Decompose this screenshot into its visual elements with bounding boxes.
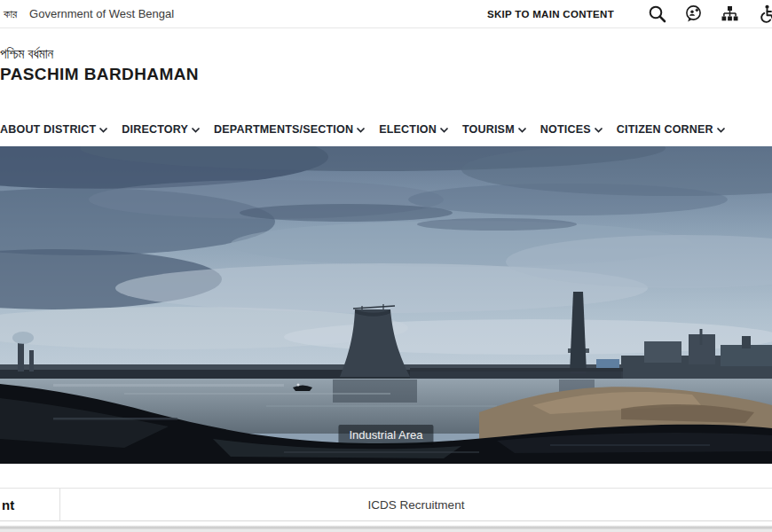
nav-label: ABOUT DISTRICT: [0, 123, 96, 136]
chevron-down-icon: [439, 125, 449, 135]
news-ticker: nt ICDS Recruitment: [0, 488, 772, 521]
nav-item-about-district[interactable]: ABOUT DISTRICT: [0, 123, 108, 136]
government-label[interactable]: Government of West Bengal: [29, 7, 174, 20]
site-title[interactable]: পশ্চিম বর্ধমান PASCHIM BARDHAMAN: [0, 46, 199, 86]
site-title-english: PASCHIM BARDHAMAN: [0, 63, 199, 87]
chevron-down-icon: [594, 125, 603, 135]
skip-to-main-content-link[interactable]: SKIP TO MAIN CONTENT: [487, 9, 614, 20]
sitemap-icon[interactable]: [721, 4, 739, 23]
nav-item-departments-section[interactable]: DEPARTMENTS/SECTION: [214, 123, 366, 136]
ticker-heading-fragment: nt: [0, 489, 60, 520]
hero-slider[interactable]: Industrial Area: [0, 146, 772, 464]
site-header: পশ্চিম বর্ধমান PASCHIM BARDHAMAN: [0, 28, 772, 113]
spacer: [0, 464, 772, 488]
nav-label: DEPARTMENTS/SECTION: [214, 123, 353, 136]
nav-item-notices[interactable]: NOTICES: [540, 123, 603, 136]
hero-caption: Industrial Area: [338, 425, 433, 445]
search-icon[interactable]: [648, 4, 666, 23]
nav-label: CITIZEN CORNER: [617, 123, 713, 136]
chevron-down-icon: [517, 125, 527, 135]
nav-label: TOURISM: [462, 123, 515, 136]
topbar-actions: SKIP TO MAIN CONTENT: [487, 4, 772, 23]
chevron-down-icon: [98, 125, 108, 135]
nav-item-election[interactable]: ELECTION: [379, 123, 449, 136]
nav-item-tourism[interactable]: TOURISM: [462, 123, 527, 136]
industrial-area-photo: [0, 146, 772, 464]
chevron-down-icon: [191, 125, 201, 135]
language-link-fragment[interactable]: কার: [4, 7, 17, 21]
ticker-body: ICDS Recruitment: [60, 489, 772, 520]
nav-label: ELECTION: [379, 123, 437, 136]
nav-label: DIRECTORY: [122, 123, 188, 136]
chevron-down-icon: [716, 125, 726, 135]
nav-item-directory[interactable]: DIRECTORY: [122, 123, 201, 136]
main-navigation: ABOUT DISTRICT DIRECTORY DEPARTMENTS/SEC…: [0, 113, 772, 146]
top-utility-bar: কার Government of West Bengal SKIP TO MA…: [0, 0, 772, 28]
chevron-down-icon: [356, 125, 366, 135]
site-title-bengali: পশ্চিম বর্ধমান: [0, 46, 199, 63]
nav-label: NOTICES: [540, 123, 591, 136]
nav-item-citizen-corner[interactable]: CITIZEN CORNER: [617, 123, 726, 136]
next-section-edge: [0, 521, 772, 532]
ticker-item-link[interactable]: ICDS Recruitment: [368, 498, 465, 512]
social-media-icon[interactable]: [684, 4, 703, 23]
accessibility-icon[interactable]: [757, 4, 772, 23]
